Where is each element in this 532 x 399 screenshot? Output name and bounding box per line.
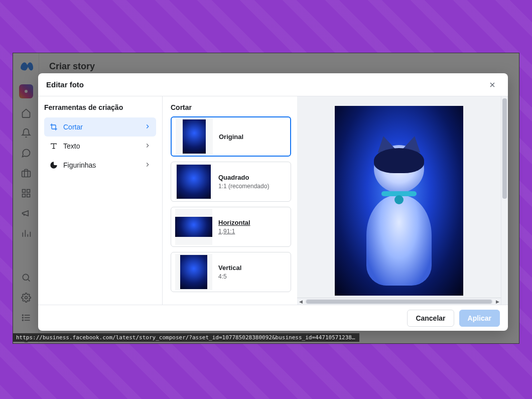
crop-option-subtitle: 1,91:1 [218, 228, 250, 235]
scroll-right-icon[interactable]: ▶ [494, 299, 501, 304]
crop-thumb [175, 209, 212, 245]
image-preview-area: ◀ ▶ [297, 96, 501, 305]
scroll-left-icon[interactable]: ◀ [297, 299, 304, 304]
status-url-preview: https://business.facebook.com/latest/sto… [13, 333, 359, 342]
tool-stickers[interactable]: Figurinhas [44, 156, 156, 175]
tool-label: Figurinhas [63, 161, 96, 169]
modal-footer: Cancelar Aplicar [38, 305, 508, 331]
edit-photo-modal: Editar foto Ferramentas de criação Corta… [38, 73, 508, 331]
tool-label: Cortar [63, 123, 83, 131]
crop-option-vertical[interactable]: Vertical 4:5 [171, 252, 291, 292]
modal-body: Ferramentas de criação Cortar Texto [38, 96, 508, 305]
close-icon [488, 81, 496, 89]
tools-heading: Ferramentas de criação [44, 103, 156, 111]
crop-option-subtitle: 4:5 [218, 273, 241, 280]
cancel-label: Cancelar [416, 314, 445, 322]
text-icon [49, 142, 58, 151]
app-window: Criar story Editar foto Ferramentas de c… [13, 53, 519, 344]
cancel-button[interactable]: Cancelar [407, 310, 454, 327]
apply-button[interactable]: Aplicar [459, 310, 500, 327]
tools-sidebar: Ferramentas de criação Cortar Texto [38, 96, 163, 305]
image-preview[interactable] [335, 106, 463, 296]
crop-options-panel: Cortar Original Quadrado 1:1 (recomendad… [163, 96, 297, 305]
tool-label: Texto [63, 142, 80, 150]
crop-option-title: Original [219, 133, 243, 141]
chevron-right-icon [144, 161, 151, 170]
crop-thumb [175, 254, 212, 290]
preview-subject [359, 145, 439, 286]
modal-title: Editar foto [46, 80, 84, 89]
crop-option-square[interactable]: Quadrado 1:1 (recomendado) [171, 162, 291, 202]
chevron-right-icon [144, 142, 151, 151]
crop-option-horizontal[interactable]: Horizontal 1,91:1 [171, 207, 291, 247]
crop-option-original[interactable]: Original [171, 116, 291, 157]
tool-text[interactable]: Texto [44, 137, 156, 156]
modal-header: Editar foto [38, 73, 508, 96]
crop-option-subtitle: 1:1 (recomendado) [218, 183, 269, 190]
close-button[interactable] [485, 77, 500, 92]
horizontal-scrollbar[interactable]: ◀ ▶ [297, 298, 501, 305]
apply-label: Aplicar [468, 314, 491, 322]
crop-thumb [176, 118, 213, 155]
crop-thumb [175, 164, 212, 200]
crop-option-title: Quadrado [218, 174, 269, 181]
vertical-scrollbar[interactable] [501, 96, 508, 305]
crop-heading: Cortar [171, 103, 291, 111]
tool-crop[interactable]: Cortar [44, 117, 156, 137]
crop-option-title: Horizontal [218, 219, 250, 226]
sticker-icon [49, 161, 58, 170]
chevron-right-icon [144, 123, 151, 131]
modal-content: Cortar Original Quadrado 1:1 (recomendad… [163, 96, 508, 305]
crop-icon [49, 122, 58, 131]
crop-option-title: Vertical [218, 264, 241, 272]
